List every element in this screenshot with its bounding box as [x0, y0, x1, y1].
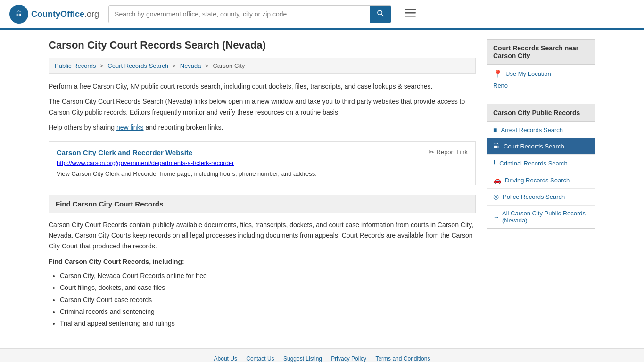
- link-card: Carson City Clerk and Recorder Website ✂…: [49, 141, 476, 186]
- intro-paragraph-1: Perform a free Carson City, NV public co…: [49, 81, 476, 91]
- list-item: Criminal records and sentencing: [60, 306, 476, 318]
- footer-link-terms[interactable]: Terms and Conditions: [375, 355, 430, 362]
- scissors-icon: ✂: [429, 148, 434, 156]
- footer: About Us Contact Us Suggest Listing Priv…: [0, 348, 644, 362]
- footer-link-privacy[interactable]: Privacy Policy: [331, 355, 366, 362]
- list-item: Carson City Court case records: [60, 294, 476, 306]
- breadcrumb-link-public-records[interactable]: Public Records: [55, 62, 96, 69]
- pin-icon: 📍: [493, 69, 503, 78]
- sidebar-item-label: Police Records Search: [503, 193, 565, 200]
- breadcrumb-current: Carson City: [213, 62, 245, 69]
- court-icon: 🏛: [493, 142, 500, 150]
- hamburger-menu[interactable]: [405, 7, 416, 21]
- sidebar-item-label: Arrest Records Search: [501, 126, 563, 133]
- sidebar-item-driving-records[interactable]: 🚗 Driving Records Search: [487, 172, 595, 189]
- sidebar-item-court-records[interactable]: 🏛 Court Records Search: [487, 138, 595, 155]
- arrow-icon: →: [493, 214, 499, 221]
- footer-link-about[interactable]: About Us: [214, 355, 237, 362]
- logo-text: CountyOffice.org: [31, 9, 99, 19]
- sidebar-item-label: Court Records Search: [504, 143, 564, 150]
- sidebar-item-label: Criminal Records Search: [499, 160, 568, 167]
- report-link-button[interactable]: ✂ Report Link: [429, 148, 468, 156]
- criminal-icon: !: [493, 159, 495, 167]
- list-item: Carson City, Nevada Court Records online…: [60, 270, 476, 282]
- svg-rect-5: [405, 12, 416, 14]
- section-subheading: Find Carson City Court Records, includin…: [49, 258, 476, 265]
- nearby-link-reno[interactable]: Reno: [493, 82, 589, 89]
- sidebar-public-records-section: Carson City Public Records ■ Arrest Reco…: [487, 104, 595, 229]
- svg-rect-4: [405, 9, 416, 10]
- breadcrumb-link-court-records[interactable]: Court Records Search: [107, 62, 168, 69]
- intro-paragraph-3: Help others by sharing new links and rep…: [49, 122, 476, 132]
- svg-line-3: [381, 14, 384, 16]
- svg-point-2: [378, 10, 382, 15]
- all-records-link[interactable]: → All Carson City Public Records (Nevada…: [487, 205, 595, 228]
- sidebar-item-criminal-records[interactable]: ! Criminal Records Search: [487, 155, 595, 172]
- sidebar-item-label: Driving Records Search: [505, 177, 570, 184]
- footer-link-contact[interactable]: Contact Us: [246, 355, 274, 362]
- all-records-label: All Carson City Public Records (Nevada): [502, 210, 589, 224]
- search-bar: [108, 5, 391, 23]
- svg-rect-6: [405, 16, 416, 17]
- sidebar-nearby-section: Court Records Search near Carson City 📍 …: [487, 39, 595, 94]
- search-input[interactable]: [109, 6, 370, 23]
- police-icon: ◎: [493, 193, 499, 200]
- footer-link-suggest[interactable]: Suggest Listing: [283, 355, 322, 362]
- list-item: Trial and appeal sentencing and rulings: [60, 318, 476, 329]
- content-area: Carson City Court Records Search (Nevada…: [49, 39, 476, 329]
- breadcrumb: Public Records > Court Records Search > …: [49, 58, 476, 74]
- svg-text:🏛: 🏛: [16, 10, 22, 18]
- sidebar: Court Records Search near Carson City 📍 …: [487, 39, 595, 329]
- sidebar-item-police-records[interactable]: ◎ Police Records Search: [487, 189, 595, 205]
- sidebar-nearby-body: 📍 Use My Location Reno: [487, 65, 595, 94]
- logo-icon: 🏛: [9, 5, 28, 24]
- section-body-text: Carson City Court Records contain public…: [49, 220, 476, 251]
- sidebar-nav: ■ Arrest Records Search 🏛 Court Records …: [487, 122, 595, 229]
- driving-icon: 🚗: [493, 176, 501, 184]
- bullet-list: Carson City, Nevada Court Records online…: [49, 270, 476, 329]
- link-card-url[interactable]: http://www.carson.org/government/departm…: [57, 159, 234, 166]
- intro-paragraph-2: The Carson City Court Records Search (Ne…: [49, 96, 476, 117]
- link-card-description: View Carson City Clerk and Recorder home…: [57, 169, 468, 179]
- breadcrumb-link-nevada[interactable]: Nevada: [180, 62, 201, 69]
- list-item: Court filings, dockets, and case files: [60, 282, 476, 294]
- new-links-link[interactable]: new links: [116, 123, 144, 131]
- page-title: Carson City Court Records Search (Nevada…: [49, 39, 476, 51]
- use-location-link[interactable]: Use My Location: [505, 70, 551, 77]
- sidebar-nearby-header: Court Records Search near Carson City: [487, 39, 595, 65]
- sidebar-item-arrest-records[interactable]: ■ Arrest Records Search: [487, 122, 595, 138]
- logo[interactable]: 🏛 CountyOffice.org: [9, 5, 99, 24]
- link-card-title-link[interactable]: Carson City Clerk and Recorder Website: [57, 148, 192, 156]
- arrest-icon: ■: [493, 126, 497, 133]
- find-section-header: Find Carson City Court Records: [49, 195, 476, 213]
- search-button[interactable]: [370, 6, 391, 23]
- sidebar-public-records-header: Carson City Public Records: [487, 104, 595, 122]
